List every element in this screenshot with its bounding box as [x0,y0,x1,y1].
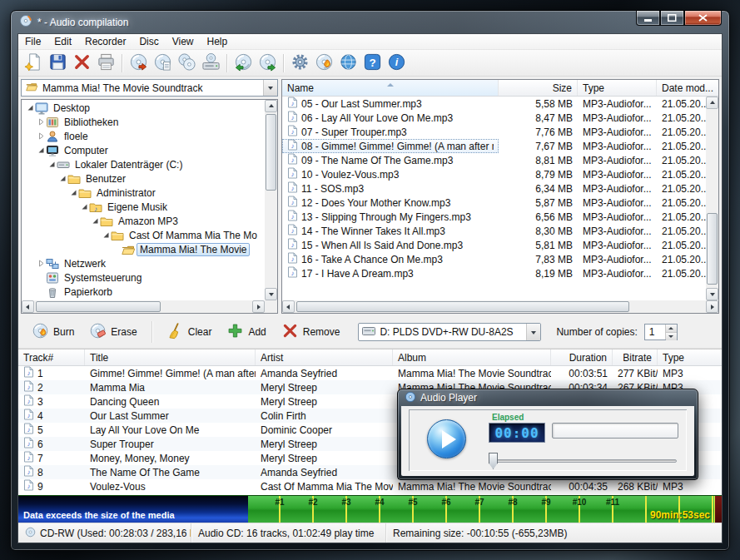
tree-horizontal-scrollbar[interactable] [22,300,265,313]
tree-expander-open[interactable] [57,175,67,182]
file-row[interactable]: ♪10 - Voulez-Vous.mp3 8,79 MB MP3-Audiof… [282,167,706,181]
import-compilation-button[interactable] [231,52,255,75]
tree-item[interactable]: Benutzer [22,171,265,186]
delete-button[interactable] [70,52,93,75]
column-header-size[interactable]: Size [499,80,578,96]
minimize-button[interactable] [636,11,660,26]
slider-thumb[interactable] [489,453,498,469]
column-header-track#[interactable]: Track# [18,349,85,365]
copies-spinner[interactable]: 1 [644,324,678,340]
write-iso-button[interactable] [151,52,174,75]
scroll-down-button[interactable] [265,288,277,300]
scroll-left-button[interactable] [22,300,34,313]
scrollbar-thumb[interactable] [296,301,629,312]
copy-disc-button[interactable] [175,52,198,75]
burn-device-button[interactable] [199,52,222,75]
column-header-name[interactable]: Name [282,80,499,96]
menu-file[interactable]: File [18,34,47,49]
web-button[interactable] [336,52,360,75]
settings-button[interactable] [288,52,311,75]
column-header-album[interactable]: Album [393,349,551,365]
menu-recorder[interactable]: Recorder [78,34,132,49]
folder-combobox[interactable]: Mamma Mia! The Movie Soundtrack [21,79,278,97]
remove-button[interactable]: Remove [275,319,347,345]
column-header-duration[interactable]: Duration [551,349,613,365]
scroll-right-button[interactable] [706,300,718,313]
scroll-up-button[interactable] [706,97,718,109]
play-button[interactable] [427,419,466,458]
new-compilation-button[interactable] [22,52,45,75]
title-bar[interactable]: * - Audio compilation [11,11,729,33]
scrollbar-track[interactable] [706,109,718,288]
file-row[interactable]: ♪15 - When All Is Said And Done.mp3 5,81… [282,238,706,252]
tree-item[interactable]: Systemsteuerung [22,270,265,285]
file-row[interactable]: ♪06 - Lay All Your Love On Me.mp3 8,47 M… [282,111,706,125]
tree-item[interactable]: Lokaler Datenträger (C:) [22,157,265,171]
maximize-button[interactable] [660,11,684,26]
column-header-date-mod-[interactable]: Date mod... [657,80,718,96]
tree-expander-open[interactable] [79,203,89,211]
tree-item[interactable]: Desktop [22,101,265,115]
tree-expander-closed[interactable] [36,132,46,140]
tree-item[interactable]: Netzwerk [22,256,265,270]
file-horizontal-scrollbar[interactable] [282,300,718,313]
seek-slider[interactable] [489,453,677,469]
scrollbar-track[interactable] [34,300,252,313]
file-row[interactable]: ♪07 - Super Trouper.mp3 7,76 MB MP3-Audi… [282,125,706,139]
burn-button[interactable]: Burn [25,319,81,345]
player-title-bar[interactable]: Audio Player [398,389,698,406]
help-button[interactable]: ? [360,52,384,75]
tree-expander-open[interactable] [68,189,78,196]
erase-button[interactable]: Erase [82,319,143,345]
tree-item[interactable]: floele [22,129,265,143]
tree-item[interactable]: Administrator [22,186,265,200]
file-row[interactable]: ♪08 - Gimme! Gimme! Gimme! (A man after … [282,139,706,153]
file-row[interactable]: ♪09 - The Name Of The Game.mp3 8,81 MB M… [282,153,706,167]
tree-item[interactable]: Mamma Mia! The Movie [22,242,265,256]
menu-disc[interactable]: Disc [132,34,165,49]
column-header-bitrate[interactable]: Bitrate [613,349,658,365]
file-row[interactable]: ♪11 - SOS.mp3 6,34 MB MP3-Audiofor... 21… [282,181,706,196]
file-row[interactable]: ♪16 - Take A Chance On Me.mp3 7,83 MB MP… [282,252,706,266]
tree-expander-open[interactable] [36,146,46,154]
scrollbar-track[interactable] [265,112,277,288]
track-row[interactable]: ♪1 Gimme! Gimme! Gimme! (A man after... … [18,366,722,380]
column-header-type[interactable]: Type [578,80,657,96]
spin-up-button[interactable] [666,325,677,333]
burn-button[interactable] [312,52,335,75]
tree-expander-open[interactable] [101,231,111,239]
tree-item[interactable]: Computer [22,143,265,157]
rip-audio-button[interactable] [127,52,150,75]
menu-help[interactable]: Help [201,34,235,49]
file-row[interactable]: ♪14 - The Winner Takes It All.mp3 8,30 M… [282,224,706,238]
scrollbar-thumb[interactable] [707,213,718,285]
tree-expander-open[interactable] [47,161,57,168]
tree-expander-closed[interactable] [36,118,46,126]
scrollbar-thumb[interactable] [266,114,276,191]
tree-item[interactable]: Papierkorb [22,285,265,299]
tree-item[interactable]: ♪ Eigene Musik [22,200,265,214]
column-header-artist[interactable]: Artist [256,349,393,365]
progress-bar[interactable] [552,423,678,439]
file-row[interactable]: ♪12 - Does Your Mother Know.mp3 5,87 MB … [282,196,706,210]
add-button[interactable]: Add [220,319,272,345]
scroll-right-button[interactable] [252,300,265,313]
file-row[interactable]: ♪13 - Slipping Through My Fingers.mp3 6,… [282,210,706,224]
track-row[interactable]: ♪9 Voulez-Vous Cast Of Mamma Mia The Mov… [18,479,722,493]
file-row[interactable]: ♪05 - Our Last Summer.mp3 5,58 MB MP3-Au… [282,97,706,111]
tree-vertical-scrollbar[interactable] [265,100,277,300]
file-row[interactable]: ♪17 - I Have A Dream.mp3 8,19 MB MP3-Aud… [282,266,706,280]
close-button[interactable] [684,11,722,26]
print-button[interactable] [94,52,117,75]
tree-expander-closed[interactable] [36,260,46,267]
scrollbar-thumb[interactable] [36,301,161,312]
folder-combobox-arrow[interactable] [263,80,277,96]
scrollbar-track[interactable] [295,300,706,313]
tree-item[interactable]: Bibliotheken [22,115,265,129]
scroll-left-button[interactable] [282,300,295,313]
column-header-title[interactable]: Title [85,349,256,365]
scroll-down-button[interactable] [706,288,718,300]
drive-select[interactable]: D: PLDS DVD+-RW DU-8A2S [358,323,541,341]
column-header-type[interactable]: Type [658,349,722,365]
save-button[interactable] [46,52,69,75]
